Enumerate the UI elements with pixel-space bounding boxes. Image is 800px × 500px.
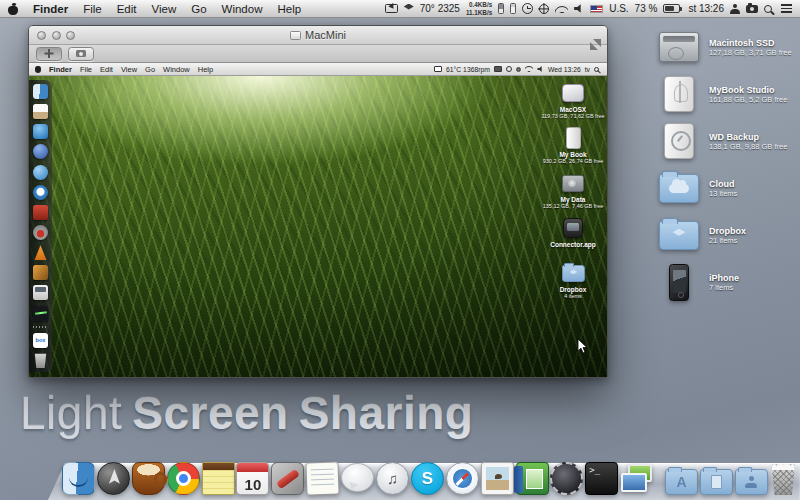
temp-fan-status[interactable]: 70° 2325 (420, 3, 460, 14)
remote-clock-icon[interactable] (506, 66, 513, 73)
close-button[interactable] (37, 31, 46, 40)
dock-item-dark-circle-app[interactable] (550, 462, 583, 495)
remote-dock-blue-app[interactable] (33, 165, 48, 180)
desktop-icon-dropbox[interactable]: Dropbox 21 items (658, 214, 798, 256)
dock-item-calendar[interactable]: 10 (236, 462, 269, 495)
dock-item-folder-applications[interactable]: A (665, 469, 698, 495)
spotlight-icon[interactable] (764, 5, 772, 13)
remote-menu-window[interactable]: Window (163, 65, 190, 74)
desktop-icon-cloud[interactable]: Cloud 13 items (658, 167, 798, 209)
dock-item-folder-documents[interactable] (700, 469, 733, 495)
remote-dock-vlc[interactable] (33, 245, 48, 260)
remote-location-icon[interactable] (516, 67, 521, 72)
dock-item-red-tool-app[interactable] (271, 462, 304, 495)
remote-apple-menu-icon[interactable] (35, 66, 41, 73)
user-switch-icon[interactable] (730, 4, 740, 14)
remote-dock-orange-app[interactable] (33, 265, 48, 280)
remote-menu-finder[interactable]: Finder (49, 65, 72, 74)
remote-dock-safari[interactable] (33, 185, 48, 200)
apple-menu-icon[interactable] (8, 3, 18, 15)
fullscreen-icon[interactable] (590, 39, 601, 50)
remote-icon-my-data[interactable]: My Data 135,12 GB, 7,46 GB free (542, 171, 604, 210)
dock-item-messages[interactable] (341, 463, 374, 492)
dock-item-chrome[interactable] (167, 462, 200, 495)
remote-dock-preview[interactable] (33, 104, 48, 119)
desktop-icon-iphone[interactable]: iPhone 7 items (658, 261, 798, 303)
keyboard-layout[interactable]: U.S. (609, 3, 628, 14)
dock-item-screen-sharing-app[interactable] (620, 462, 653, 495)
dock-item-trash[interactable] (770, 460, 797, 495)
menu-window[interactable]: Window (222, 3, 263, 15)
remote-dock-box[interactable]: box (33, 333, 48, 348)
remote-dock-finder[interactable] (33, 84, 48, 99)
dock-item-folder-users[interactable] (735, 469, 768, 495)
remote-menu-help[interactable]: Help (198, 65, 213, 74)
remote-clock[interactable]: Wed 13:26 (548, 66, 581, 73)
remote-wifi-icon[interactable] (525, 66, 533, 72)
screenshot-button[interactable] (68, 47, 94, 61)
remote-spotlight-icon[interactable] (594, 67, 599, 72)
minimize-button[interactable] (52, 31, 61, 40)
remote-dock-ipod[interactable] (33, 285, 48, 300)
dropbox-menu-icon[interactable] (404, 4, 414, 10)
menu-help[interactable]: Help (277, 3, 301, 15)
remote-menu-go[interactable]: Go (145, 65, 155, 74)
remote-desktop-view[interactable]: Finder File Edit View Go Window Help 61°… (29, 63, 607, 377)
remote-dock-front-row[interactable] (33, 205, 48, 220)
dock-item-stickies[interactable] (202, 462, 235, 495)
camera-icon[interactable] (746, 5, 758, 14)
menu-view[interactable]: View (152, 3, 177, 15)
net-down: 11.1KB/s (466, 9, 492, 16)
dock-item-terminal[interactable]: >_ (585, 462, 618, 495)
remote-dock-activity-monitor[interactable] (33, 306, 48, 321)
network-speed-status[interactable]: 0.4KB/s 11.1KB/s (466, 1, 492, 15)
remote-icon-dropbox[interactable]: Dropbox 4 items (542, 261, 604, 300)
remote-menu-file[interactable]: File (80, 65, 92, 74)
desktop-icon-macintosh-ssd[interactable]: Macintosh SSD 127,18 GB, 3,71 GB free (658, 26, 798, 68)
menu-edit[interactable]: Edit (117, 3, 137, 15)
dock-item-preview[interactable] (481, 462, 514, 495)
remote-dock-itunes[interactable] (33, 144, 48, 159)
notification-center-icon[interactable] (781, 4, 792, 13)
time-machine-icon[interactable] (522, 3, 533, 14)
menu-clock[interactable]: st 13:26 (688, 3, 724, 14)
remote-dock-screen-sharing[interactable] (33, 124, 48, 139)
device-battery-icon-1[interactable] (498, 3, 504, 14)
desktop-icon-mybook-studio[interactable]: MyBook Studio 161,88 GB, 5,2 GB free (658, 73, 798, 115)
remote-volume-icon[interactable] (537, 66, 544, 72)
screen-sharing-menu-icon[interactable] (385, 4, 398, 13)
remote-menu-edit[interactable]: Edit (100, 65, 113, 74)
menu-go[interactable]: Go (191, 3, 206, 15)
scale-screen-button[interactable] (36, 47, 62, 61)
dock-item-notes-app[interactable] (306, 461, 340, 495)
dock-item-safari[interactable] (446, 462, 479, 495)
remote-icon-my-book[interactable]: My Book 930,2 GB, 26,74 GB free (542, 126, 604, 165)
dock-item-skype[interactable]: S (411, 462, 444, 495)
remote-display-icon[interactable] (434, 66, 442, 72)
remote-dock-trash[interactable] (33, 353, 48, 368)
wifi-icon[interactable] (555, 4, 568, 13)
location-icon[interactable] (539, 4, 549, 14)
us-flag-icon[interactable] (590, 5, 603, 13)
remote-dock-gray-red-app[interactable] (33, 225, 48, 240)
remote-display-dark-icon[interactable] (494, 66, 502, 72)
window-titlebar[interactable]: MacMini (29, 26, 607, 45)
desktop-icon-wd-backup[interactable]: WD Backup 138,1 GB, 9,88 GB free (658, 120, 798, 162)
dropbox-folder-icon-main (659, 221, 699, 250)
dock-item-launchpad[interactable] (97, 462, 130, 495)
dock-item-green-app[interactable] (516, 462, 549, 495)
battery-icon[interactable] (663, 4, 680, 13)
remote-temp-status[interactable]: 61°C 1368rpm (446, 66, 490, 73)
volume-icon[interactable] (574, 4, 584, 13)
remote-icon-macosx[interactable]: MacOSX 119,73 GB, 71,62 GB free (542, 81, 604, 120)
device-battery-icon-2[interactable] (510, 3, 516, 14)
dock-item-itunes[interactable]: ♫ (376, 462, 409, 495)
menu-finder[interactable]: Finder (33, 3, 68, 15)
menu-file[interactable]: File (83, 3, 102, 15)
remote-user[interactable]: tv (585, 66, 590, 73)
remote-icon-connector-app[interactable]: Connector.app (542, 216, 604, 255)
dock-item-finder[interactable] (62, 462, 95, 495)
zoom-button[interactable] (66, 31, 75, 40)
dock-item-coffee-app[interactable] (132, 462, 165, 495)
remote-menu-view[interactable]: View (121, 65, 137, 74)
